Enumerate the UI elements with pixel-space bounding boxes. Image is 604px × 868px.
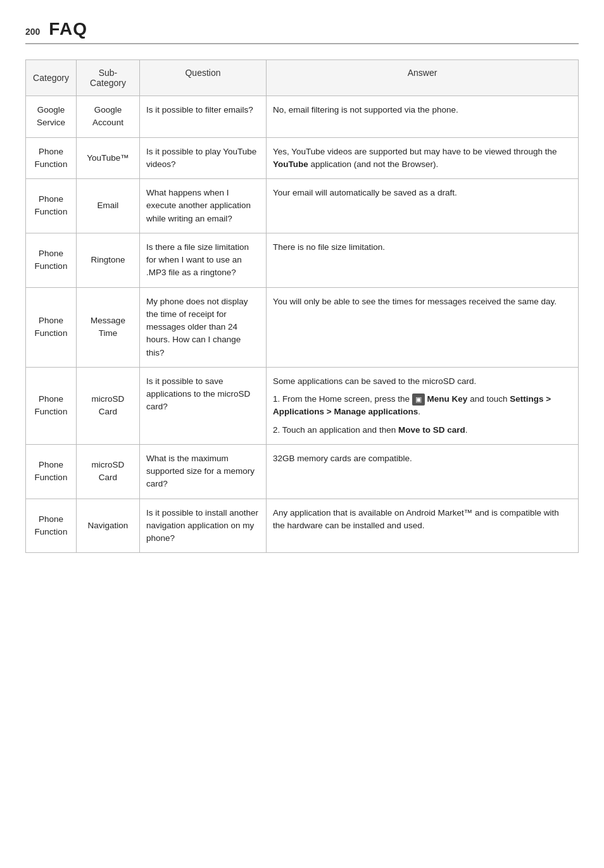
col-header-category: Category [26,60,77,96]
cell-answer: No, email filtering is not supported via… [267,96,579,138]
table-row: Phone FunctionRingtoneIs there a file si… [26,233,579,287]
cell-answer: Your email will automatically be saved a… [267,179,579,233]
cell-answer: 32GB memory cards are compatible. [267,444,579,499]
cell-question: Is it possible to install another naviga… [140,499,267,553]
table-row: Phone FunctionmicroSD CardIs it possible… [26,367,579,444]
col-header-answer: Answer [267,60,579,96]
cell-subcategory: Google Account [77,96,140,138]
cell-subcategory: Ringtone [77,233,140,287]
faq-table: Category Sub-Category Question Answer Go… [25,59,579,553]
cell-answer: Yes, YouTube videos are supported but ma… [267,137,579,179]
page-header: 200 FAQ [25,19,579,44]
table-row: Phone FunctionmicroSD CardWhat is the ma… [26,444,579,499]
cell-subcategory: YouTube™ [77,137,140,179]
table-row: Phone FunctionNavigationIs it possible t… [26,499,579,553]
cell-subcategory: Navigation [77,499,140,553]
cell-question: Is it possible to play YouTube videos? [140,137,267,179]
cell-question: My phone does not display the time of re… [140,287,267,367]
cell-category: Google Service [26,96,77,138]
cell-category: Phone Function [26,287,77,367]
table-header-row: Category Sub-Category Question Answer [26,60,579,96]
cell-category: Phone Function [26,367,77,444]
cell-answer: Any application that is available on And… [267,499,579,553]
cell-answer: There is no file size limitation. [267,233,579,287]
cell-question: What is the maximum supported size for a… [140,444,267,499]
cell-answer: Some applications can be saved to the mi… [267,367,579,444]
cell-category: Phone Function [26,233,77,287]
table-row: Phone FunctionMessage TimeMy phone does … [26,287,579,367]
cell-subcategory: Message Time [77,287,140,367]
cell-answer: You will only be able to see the times f… [267,287,579,367]
cell-category: Phone Function [26,499,77,553]
cell-category: Phone Function [26,179,77,233]
table-row: Phone FunctionYouTube™Is it possible to … [26,137,579,179]
cell-question: What happens when I execute another appl… [140,179,267,233]
cell-category: Phone Function [26,137,77,179]
cell-question: Is there a file size limitation for when… [140,233,267,287]
col-header-subcategory: Sub-Category [77,60,140,96]
table-row: Phone FunctionEmailWhat happens when I e… [26,179,579,233]
cell-subcategory: microSD Card [77,444,140,499]
col-header-question: Question [140,60,267,96]
page-title: FAQ [49,19,87,39]
cell-category: Phone Function [26,444,77,499]
page-number: 200 [25,27,40,37]
cell-question: Is it possible to save applications to t… [140,367,267,444]
table-row: Google ServiceGoogle AccountIs it possib… [26,96,579,138]
cell-question: Is it possible to filter emails? [140,96,267,138]
cell-subcategory: microSD Card [77,367,140,444]
cell-subcategory: Email [77,179,140,233]
